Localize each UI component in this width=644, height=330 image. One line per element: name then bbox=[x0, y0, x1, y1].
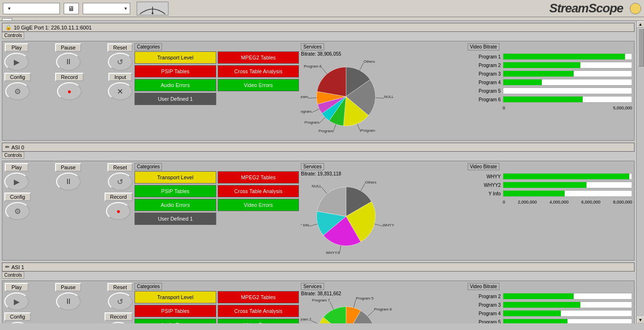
record-button[interactable]: Record bbox=[55, 73, 83, 81]
cat-transport[interactable]: Transport Level bbox=[135, 291, 216, 303]
cat-mpeg2[interactable]: MPEG2 Tables bbox=[218, 171, 299, 184]
bar-fill bbox=[503, 54, 625, 59]
play-round-button[interactable]: ▶ bbox=[4, 53, 29, 71]
config-round-button[interactable]: ⚙ bbox=[5, 82, 30, 100]
pie-container-2: Program 5Program 8NULLOthersProgram 9Pro… bbox=[301, 297, 396, 323]
reset-round-button[interactable]: ↺ bbox=[108, 173, 133, 191]
cat-cross[interactable]: Cross Table Analysis bbox=[218, 305, 299, 317]
pause-button[interactable]: Pause bbox=[55, 163, 81, 172]
config-round-button[interactable]: ⚙ bbox=[5, 202, 30, 220]
input-round-button[interactable]: ✕ bbox=[108, 82, 133, 100]
bar-row: Program 4 bbox=[468, 79, 632, 86]
svg-text:Program 7: Program 7 bbox=[312, 298, 330, 302]
config-button[interactable]: Config bbox=[4, 193, 31, 201]
tab-overview[interactable] bbox=[2, 18, 12, 20]
svg-text:Program: Program bbox=[301, 109, 312, 114]
bar-row: Program 2 bbox=[468, 293, 632, 300]
cat-cross[interactable]: Cross Table Analysis bbox=[218, 185, 299, 197]
config-button[interactable]: Config bbox=[4, 312, 31, 321]
pause-round-button[interactable]: ⏸ bbox=[56, 53, 81, 71]
input-header-icon: ✏ bbox=[5, 144, 10, 150]
play-button[interactable]: Play bbox=[5, 43, 29, 52]
bar-label: Program 4 bbox=[468, 311, 501, 316]
pause-round-button[interactable]: ⏸ bbox=[56, 173, 81, 191]
cat-psip[interactable]: PSIP Tables bbox=[135, 305, 216, 317]
svg-line-21 bbox=[361, 184, 365, 191]
config-round-button[interactable]: ⚙ bbox=[5, 322, 30, 323]
show-active-dropdown[interactable]: ▼ bbox=[3, 3, 60, 14]
gauge-svg bbox=[136, 0, 169, 17]
cat-mpeg2[interactable]: MPEG2 Tables bbox=[218, 51, 299, 64]
cat-audio[interactable]: Audio Errors bbox=[135, 199, 216, 211]
scrollbar-up-button[interactable]: ▲ bbox=[637, 21, 644, 28]
pie-container-0: OthersNULLProgramProgramProgramProgramPr… bbox=[301, 58, 396, 138]
input-body-0: Play ▶ Pause ⏸ Reset ↺ Config ⚙ bbox=[2, 41, 634, 141]
axis-label: 0 bbox=[503, 106, 505, 110]
cat-video[interactable]: Video Errors bbox=[218, 79, 299, 91]
pause-round-button[interactable]: ⏸ bbox=[56, 292, 81, 311]
bar-fill bbox=[503, 62, 580, 68]
reset-button[interactable]: Reset bbox=[107, 163, 133, 172]
play-round-button[interactable]: ▶ bbox=[4, 173, 29, 191]
cat-mpeg2[interactable]: MPEG2 Tables bbox=[218, 291, 299, 303]
record-round-button[interactable]: ● bbox=[106, 202, 131, 220]
cat-transport[interactable]: Transport Level bbox=[135, 171, 216, 184]
record-button[interactable]: Record bbox=[105, 312, 133, 321]
svg-text:Program: Program bbox=[361, 128, 375, 133]
cat-audio[interactable]: Audio Errors bbox=[135, 319, 216, 323]
logo-area: StreamScope bbox=[549, 1, 626, 16]
reset-button[interactable]: Reset bbox=[107, 43, 133, 52]
controls-panel-2: Play ▶ Pause ⏸ Reset ↺ Config ⚙ bbox=[4, 283, 133, 323]
controls-bar-0[interactable]: Controls bbox=[2, 32, 24, 39]
pause-button[interactable]: Pause bbox=[55, 43, 81, 52]
reset-group: Reset ↺ bbox=[107, 163, 133, 191]
reset-button[interactable]: Reset bbox=[107, 283, 133, 291]
playback-controls: Play ▶ Pause ⏸ Reset ↺ bbox=[4, 163, 133, 191]
reset-group: Reset ↺ bbox=[107, 43, 133, 71]
reset-round-button[interactable]: ↺ bbox=[108, 292, 133, 311]
svg-line-13 bbox=[319, 117, 326, 124]
bar-row: Program 5 bbox=[468, 87, 632, 94]
cat-video[interactable]: Video Errors bbox=[218, 319, 299, 323]
svg-text:NULL: NULL bbox=[312, 184, 322, 188]
pause-button[interactable]: Pause bbox=[55, 283, 81, 291]
services-label: Services bbox=[301, 163, 324, 170]
record-round-button[interactable]: ● bbox=[57, 82, 82, 100]
svg-line-5 bbox=[360, 63, 364, 70]
play-button[interactable]: Play bbox=[5, 163, 29, 172]
play-round-button[interactable]: ▶ bbox=[4, 292, 29, 311]
axis-label: 2,000,000 bbox=[518, 200, 537, 204]
help-button[interactable] bbox=[630, 3, 641, 14]
cat-audio[interactable]: Audio Errors bbox=[135, 79, 216, 91]
input-section-0: 🔒 10 GigE Port 1: 226.10.11.1:6001 Contr… bbox=[2, 23, 634, 141]
axis-label: 8,000,000 bbox=[613, 200, 632, 204]
categories-label: Categories bbox=[135, 43, 162, 50]
play-group: Play ▶ bbox=[4, 163, 29, 191]
cat-cross[interactable]: Cross Table Analysis bbox=[218, 65, 299, 78]
cat-transport[interactable]: Transport Level bbox=[135, 51, 216, 64]
bar-row: Program 3 bbox=[468, 301, 632, 308]
cat-psip[interactable]: PSIP Tables bbox=[135, 185, 216, 197]
cat-video[interactable]: Video Errors bbox=[218, 199, 299, 211]
categories-panel-1: Categories Transport Level MPEG2 Tables … bbox=[135, 163, 299, 258]
bar-row: WHYY2 bbox=[468, 182, 632, 188]
scrollbar-track[interactable]: ▲ ▼ bbox=[636, 21, 644, 323]
config-button[interactable]: Config bbox=[4, 73, 31, 81]
scroll-container[interactable]: 🔒 10 GigE Port 1: 226.10.11.1:6001 Contr… bbox=[0, 21, 636, 323]
input-button[interactable]: Input bbox=[108, 73, 132, 81]
cat-user[interactable]: User Defined 1 bbox=[135, 93, 216, 105]
bar-label: Program 1 bbox=[468, 54, 501, 59]
controls-bar-2[interactable]: Controls bbox=[2, 272, 24, 279]
bar-label: Program 5 bbox=[468, 320, 501, 324]
svg-line-15 bbox=[312, 109, 319, 113]
cat-psip[interactable]: PSIP Tables bbox=[135, 65, 216, 78]
scrollbar-thumb[interactable] bbox=[638, 29, 644, 67]
scrollbar-down-button[interactable]: ▼ bbox=[637, 317, 644, 323]
record-button[interactable]: Record bbox=[105, 193, 133, 201]
reset-round-button[interactable]: ↺ bbox=[108, 53, 133, 71]
controls-bar-1[interactable]: Controls bbox=[2, 152, 24, 159]
play-button[interactable]: Play bbox=[5, 283, 29, 291]
record-round-button[interactable]: ● bbox=[106, 322, 131, 323]
main-content: 🔒 10 GigE Port 1: 226.10.11.1:6001 Contr… bbox=[0, 21, 644, 323]
cat-user[interactable]: User Defined 1 bbox=[135, 213, 216, 225]
